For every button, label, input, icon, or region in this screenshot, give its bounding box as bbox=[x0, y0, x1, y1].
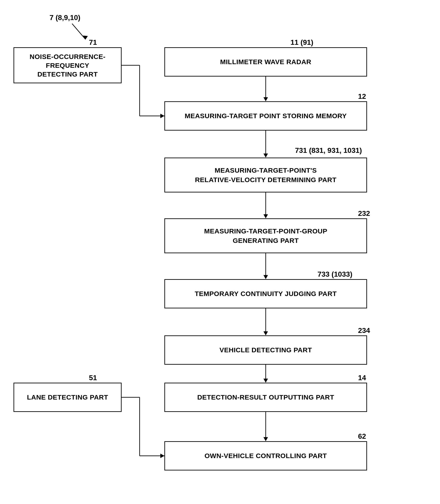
memory-block: MEASURING-TARGET POINT STORING MEMORY bbox=[164, 101, 367, 131]
svg-marker-19 bbox=[160, 114, 164, 118]
svg-marker-1 bbox=[83, 36, 88, 39]
radar-block: MILLIMETER WAVE RADAR bbox=[164, 47, 367, 77]
noise-block: NOISE-OCCURRENCE-FREQUENCYDETECTING PART bbox=[14, 47, 122, 83]
output-block: DETECTION-RESULT OUTPUTTING PART bbox=[164, 383, 367, 412]
diagram-container: 7 (8,9,10) bbox=[0, 0, 440, 504]
own-vehicle-block: OWN-VEHICLE CONTROLLING PART bbox=[164, 441, 367, 470]
svg-marker-23 bbox=[160, 454, 164, 458]
ref-234: 234 bbox=[358, 327, 370, 335]
velocity-block: MEASURING-TARGET-POINT'SRELATIVE-VELOCIT… bbox=[164, 158, 367, 192]
svg-marker-5 bbox=[263, 153, 268, 158]
svg-marker-13 bbox=[263, 379, 268, 383]
ref-51: 51 bbox=[89, 374, 97, 382]
svg-marker-7 bbox=[263, 214, 268, 218]
svg-marker-3 bbox=[263, 97, 268, 101]
svg-line-0 bbox=[72, 24, 85, 39]
group-block: MEASURING-TARGET-POINT-GROUPGENERATING P… bbox=[164, 218, 367, 253]
ref-62: 62 bbox=[358, 432, 366, 440]
ref-12: 12 bbox=[358, 92, 366, 101]
ref-733: 733 (1033) bbox=[317, 270, 352, 278]
vehicle-block: VEHICLE DETECTING PART bbox=[164, 335, 367, 365]
ref-232: 232 bbox=[358, 209, 370, 218]
continuity-block: TEMPORARY CONTINUITY JUDGING PART bbox=[164, 279, 367, 308]
svg-marker-11 bbox=[263, 331, 268, 335]
ref-11-91: 11 (91) bbox=[290, 38, 313, 47]
top-ref-label: 7 (8,9,10) bbox=[50, 14, 80, 22]
ref-14: 14 bbox=[358, 374, 366, 382]
svg-marker-9 bbox=[263, 275, 268, 279]
ref-731: 731 (831, 931, 1031) bbox=[295, 146, 362, 155]
svg-marker-15 bbox=[263, 437, 268, 441]
lane-block: LANE DETECTING PART bbox=[14, 383, 122, 412]
ref-71: 71 bbox=[89, 38, 97, 47]
